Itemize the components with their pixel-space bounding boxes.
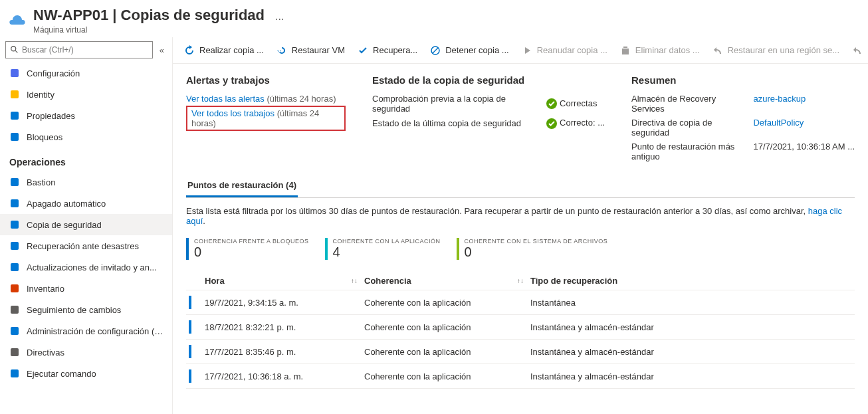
sidebar-item[interactable]: Ejecutar comando [0,363,172,384]
toolbar-button-label: Detener copia ... [445,45,508,55]
sidebar-item-label: Bastion [27,177,55,187]
sidebar-item-label: Administración de configuración (Versión… [27,326,164,336]
nav-item-icon [9,68,20,78]
stat-label: COHERENCIA FRENTE A BLOQUEOS [194,238,309,245]
resume-icon [521,45,533,56]
nav-item-icon [9,89,20,100]
check-icon [357,45,369,56]
toolbar-button[interactable]: Restaurar VM [272,42,349,59]
restore-points-tab[interactable]: Puntos de restauración (4) [186,175,298,197]
toolbar-button[interactable]: Realizar copia ... [179,42,268,59]
nav-item-icon [9,326,20,336]
sidebar-item[interactable]: Administración de configuración (Versión… [0,320,172,342]
sidebar-item[interactable]: Recuperación ante desastres [0,235,172,257]
toolbar-button[interactable]: Recupera... [353,42,421,59]
sidebar-item[interactable]: Actualizaciones de invitado y an... [0,257,172,278]
svg-line-1 [15,51,18,53]
sidebar-item[interactable]: Copia de seguridad [0,214,172,235]
undo-icon [851,45,863,56]
row-marker-icon [189,369,191,383]
svg-rect-7 [11,199,19,207]
sidebar-item-label: Directivas [27,348,64,358]
stat-value: 0 [194,245,309,260]
nav-item-icon [9,198,20,209]
undo-icon [712,45,724,56]
view-alerts-link[interactable]: Ver todas las alertas [186,94,265,104]
sidebar-item-label: Propiedades [27,111,75,121]
table-row[interactable]: 17/7/2021 8:35:46 p. m.Coherente con la … [186,340,855,364]
table-row[interactable]: 19/7/2021, 9:34:15 a. m.Coherente con la… [186,290,855,315]
col-time-header[interactable]: Hora [205,276,225,286]
search-input-wrapper[interactable] [5,41,153,58]
page-subtitle: Máquina virtual [33,25,265,35]
oldest-point-label: Punto de restauración más antiguo [631,142,737,161]
nav-item-icon [9,219,20,230]
cell-consistency: Coherente con la aplicación [364,322,530,332]
sidebar-item-label: Identity [27,90,54,100]
policy-link[interactable]: DefaultPolicy [753,118,855,138]
svg-rect-8 [11,221,19,229]
toolbar-button: Recuperar [847,42,868,59]
highlighted-jobs-link-wrapper: Ver todos los trabajos (últimas 24 horas… [186,106,346,131]
svg-rect-15 [11,369,19,377]
cell-consistency: Coherente con la aplicación [364,347,530,357]
sidebar-item[interactable]: Identity [0,84,172,105]
toolbar-button-label: Realizar copia ... [199,45,264,55]
sidebar-item[interactable]: Inventario [0,278,172,299]
refresh-icon [183,45,195,56]
sidebar-item[interactable]: Apagado automático [0,193,172,214]
cell-recovery: Instantánea y almacén-estándar [530,347,855,357]
svg-rect-4 [11,112,19,120]
sidebar-item-label: Copia de seguridad [27,220,102,230]
sort-updown-icon[interactable]: ↑↓ [351,277,364,284]
sidebar-item[interactable]: Bloqueos [0,126,172,148]
restore-icon [276,45,288,56]
toolbar-button-label: Reanudar copia ... [537,45,607,55]
sidebar-item[interactable]: Propiedades [0,105,172,126]
svg-rect-5 [11,133,19,141]
nav-item-icon [9,304,20,315]
more-actions-button[interactable]: ··· [271,13,288,25]
toolbar-button-label: Restaurar VM [292,45,345,55]
status-section-title: Estado de la copia de seguridad [372,74,605,86]
sidebar-item[interactable]: Seguimiento de cambios [0,299,172,320]
check-ok-icon [546,118,557,129]
collapse-sidebar-button[interactable]: « [157,43,167,58]
nav-item-icon [9,177,20,187]
table-row[interactable]: 18/7/2021 8:32:21 p. m.Coherente con la … [186,315,855,340]
col-consistency-header[interactable]: Coherencia [364,276,411,286]
sidebar-item-label: Inventario [27,284,64,294]
sidebar-item[interactable]: Bastion [0,171,172,193]
search-icon [10,45,19,54]
toolbar-button-label: Recupera... [373,45,417,55]
svg-rect-11 [11,284,19,292]
sort-updown-icon[interactable]: ↑↓ [517,277,530,284]
summary-section-title: Resumen [631,74,855,86]
sidebar-section-title: Operaciones [0,148,172,171]
row-marker-icon [189,345,191,358]
nav-item-icon [9,283,20,294]
cell-time: 18/7/2021 8:32:21 p. m. [205,322,364,332]
svg-rect-2 [11,69,19,77]
stat-card: COHERENCIA FRENTE A BLOQUEOS0 [186,238,314,260]
toolbar-button[interactable]: Detener copia ... [425,42,512,59]
svg-rect-14 [11,348,19,356]
stat-value: 4 [333,245,441,260]
table-row[interactable]: 17/7/2021, 10:36:18 a. m.Coherente con l… [186,364,855,389]
cell-recovery: Instantánea y almacén-estándar [530,322,855,332]
search-input[interactable] [22,45,148,54]
policy-label: Directiva de copia de seguridad [631,118,737,138]
nav-item-icon [9,368,20,379]
filter-note-text: Esta lista está filtrada por los últimos… [186,206,808,216]
trash-icon [619,45,631,56]
sidebar-item-label: Actualizaciones de invitado y an... [27,262,157,272]
view-jobs-link[interactable]: Ver todos los trabajos [191,108,274,118]
svg-line-17 [433,48,438,53]
vault-link[interactable]: azure-backup [753,94,855,114]
sidebar-item[interactable]: Configuración [0,62,172,84]
sidebar-item-label: Bloqueos [27,132,62,142]
col-recovery-header[interactable]: Tipo de recuperación [530,276,617,286]
toolbar-button-label: Restaurar en una región se... [728,45,839,55]
vm-cloud-icon [8,11,27,29]
sidebar-item[interactable]: Directivas [0,342,172,363]
